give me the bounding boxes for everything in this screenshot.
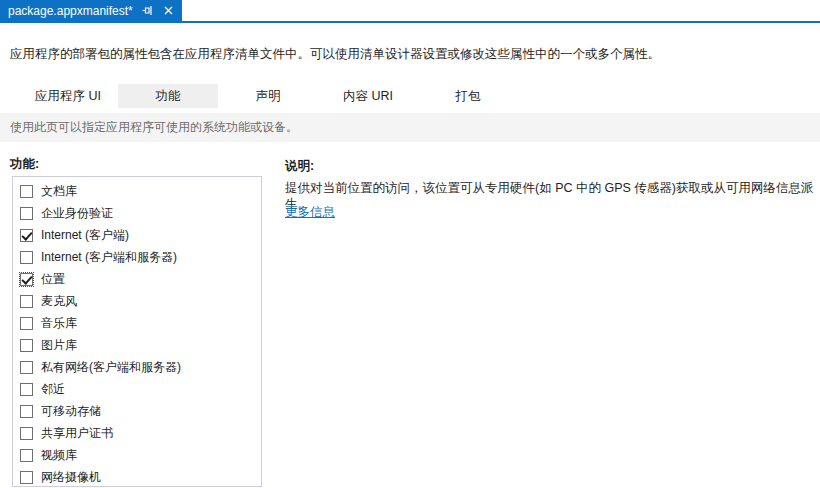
designer-tab-4[interactable]: 内容 URI [318, 84, 418, 108]
capability-row[interactable]: 视频库 [13, 444, 261, 466]
capability-row[interactable]: 企业身份验证 [13, 202, 261, 224]
capability-row[interactable]: 音乐库 [13, 312, 261, 334]
capability-checkbox[interactable] [20, 295, 33, 308]
description-text: 提供对当前位置的访问，该位置可从专用硬件(如 PC 中的 GPS 传感器)获取或… [285, 180, 815, 212]
capability-row[interactable]: 位置 [13, 268, 261, 290]
pin-icon[interactable] [142, 5, 154, 17]
capability-row[interactable]: 私有网络(客户端和服务器) [13, 356, 261, 378]
description-label: 说明: [285, 158, 314, 175]
designer-tab-2[interactable]: 功能 [118, 84, 218, 108]
capability-label: 邻近 [41, 381, 65, 398]
capability-label: 音乐库 [41, 315, 77, 332]
capability-row[interactable]: 共享用户证书 [13, 422, 261, 444]
capabilities-label: 功能: [10, 156, 39, 173]
capability-label: 图片库 [41, 337, 77, 354]
capability-checkbox[interactable] [20, 207, 33, 220]
designer-tab-strip: 应用程序 UI功能声明内容 URI打包 [18, 84, 518, 108]
capability-row[interactable]: 文档库 [13, 180, 261, 202]
capability-label: 麦克风 [41, 293, 77, 310]
capability-checkbox[interactable] [20, 251, 33, 264]
capability-label: 企业身份验证 [41, 205, 113, 222]
capability-label: 文档库 [41, 183, 77, 200]
close-icon[interactable] [163, 5, 175, 17]
capability-label: 私有网络(客户端和服务器) [41, 359, 181, 376]
capability-label: 可移动存储 [41, 403, 101, 420]
capability-checkbox[interactable] [20, 361, 33, 374]
capability-checkbox[interactable] [20, 317, 33, 330]
capability-label: 视频库 [41, 447, 77, 464]
capability-checkbox[interactable] [20, 405, 33, 418]
capability-label: 网络摄像机 [41, 469, 101, 486]
capability-row[interactable]: Internet (客户端) [13, 224, 261, 246]
capability-checkbox[interactable] [20, 185, 33, 198]
capabilities-listbox[interactable]: 文档库企业身份验证Internet (客户端)Internet (客户端和服务器… [12, 176, 262, 487]
capability-label: Internet (客户端和服务器) [41, 249, 177, 266]
capability-row[interactable]: 麦克风 [13, 290, 261, 312]
capability-row[interactable]: 邻近 [13, 378, 261, 400]
capability-checkbox[interactable] [20, 471, 33, 484]
document-tab[interactable]: package.appxmanifest* [0, 0, 182, 21]
capability-row[interactable]: 图片库 [13, 334, 261, 356]
capability-row[interactable]: 网络摄像机 [13, 466, 261, 487]
capability-label: 共享用户证书 [41, 425, 113, 442]
capability-label: 位置 [41, 271, 65, 288]
capability-label: Internet (客户端) [41, 227, 129, 244]
capability-checkbox[interactable] [20, 449, 33, 462]
capability-checkbox[interactable] [20, 383, 33, 396]
capability-row[interactable]: 可移动存储 [13, 400, 261, 422]
more-info-link[interactable]: 更多信息 [285, 204, 335, 221]
page-hint-bar: 使用此页可以指定应用程序可使用的系统功能或设备。 [0, 113, 820, 142]
tab-accent-line [0, 21, 820, 23]
manifest-intro-text: 应用程序的部署包的属性包含在应用程序清单文件中。可以使用清单设计器设置或修改这些… [10, 47, 812, 62]
capability-checkbox[interactable] [20, 339, 33, 352]
capability-checkbox[interactable] [20, 273, 33, 286]
document-tab-title: package.appxmanifest* [8, 4, 133, 18]
capability-checkbox[interactable] [20, 229, 33, 242]
page-hint-text: 使用此页可以指定应用程序可使用的系统功能或设备。 [10, 113, 298, 142]
capability-row[interactable]: Internet (客户端和服务器) [13, 246, 261, 268]
designer-tab-5[interactable]: 打包 [418, 84, 518, 108]
capability-checkbox[interactable] [20, 427, 33, 440]
designer-tab-3[interactable]: 声明 [218, 84, 318, 108]
designer-tab-1[interactable]: 应用程序 UI [18, 84, 118, 108]
